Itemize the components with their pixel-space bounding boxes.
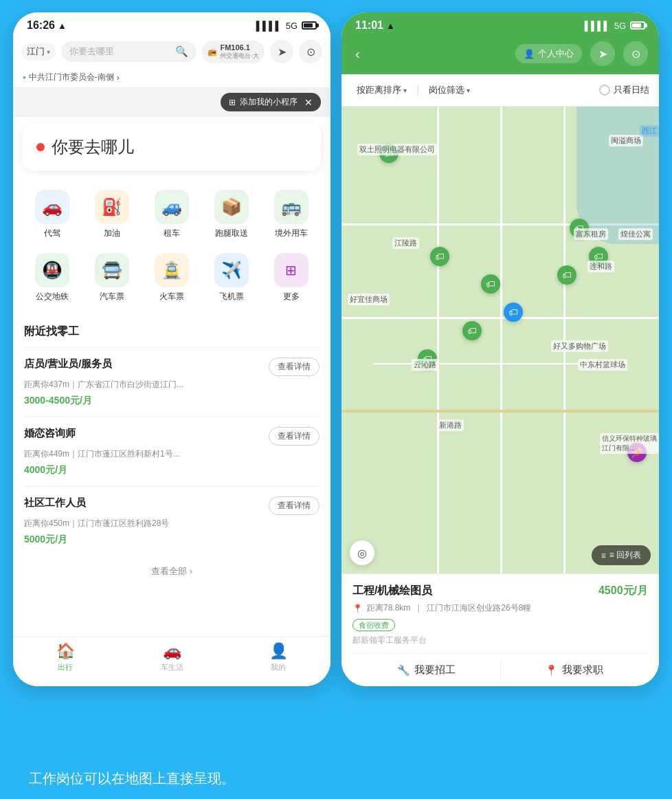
right-signal-icon: ▌▌▌▌ [585,21,610,31]
right-signal-5g: 5G [614,21,626,31]
map-label-road2: 连和路 [587,261,614,272]
chevron-right-icon: › [117,73,120,83]
gongjiao-icon: 🚇 [35,253,69,287]
job-title-2: 婚恋咨询师 [24,427,76,440]
map-pin-8[interactable]: 🏷 [462,321,482,340]
search-placeholder-text: 你要去哪里 [69,45,171,58]
seek-button[interactable]: 📍 我要求职 [501,654,649,686]
list-view-button[interactable]: ≡ ≡ 回列表 [592,545,651,565]
right-status-bar: 11:01 ▲ ▌▌▌▌ 5G [341,12,659,36]
map-label-7: 新港路 [437,419,464,431]
hire-button[interactable]: 🔧 我要招工 [352,654,500,686]
map-label-4: 好宜佳商场 [348,294,390,305]
huoche-icon: 🚊 [155,253,189,287]
service-item-gongjiao[interactable]: 🚇 公交地铁 [25,248,80,308]
service-item-qiche[interactable]: 🚍 汽车票 [85,248,139,308]
search-icon: 🔍 [175,45,188,58]
right-phone: 11:01 ▲ ▌▌▌▌ 5G ‹ 👤 个人中心 ➤ ⊙ [341,12,659,686]
map-road-vertical-2 [500,107,502,573]
red-dot-icon [36,143,45,151]
briefcase-icon: 📍 [545,664,558,677]
services-row-2: 🚇 公交地铁 🚍 汽车票 🚊 火车票 ✈️ 飞机票 ⊞ 更多 [23,248,321,308]
service-item-feiji[interactable]: ✈️ 飞机票 [204,248,259,308]
job-title-1: 店员/营业员/服务员 [24,358,112,371]
service-item-jingwai[interactable]: 🚌 境外用车 [264,184,319,245]
nav-label-travel: 出行 [58,662,73,672]
service-item-jiayou[interactable]: ⛽ 加油 [85,184,139,245]
job-salary-3: 5000元/月 [24,534,320,546]
user-center-button[interactable]: 👤 个人中心 [515,44,582,63]
nav-item-travel[interactable]: 🏠 出行 [56,642,75,672]
map-road-h3 [341,410,659,413]
location-arrow-icon: ▲ [58,21,67,31]
detail-button-2[interactable]: 查看详情 [269,427,320,446]
left-status-right: ▌▌▌▌ 5G [256,21,317,31]
navigate-icon-btn[interactable]: ➤ [590,41,615,66]
green-header: ‹ 👤 个人中心 ➤ ⊙ [341,36,659,74]
jingwai-label: 境外用车 [275,228,308,239]
mini-program-banner: ⊞ 添加我的小程序 ✕ [13,87,331,117]
left-status-bar: 16:26 ▲ ▌▌▌▌ 5G [13,12,331,36]
radio-circle-icon [599,85,610,96]
service-item-zuche[interactable]: 🚙 租车 [144,184,199,245]
service-item-daijia[interactable]: 🚗 代驾 [25,184,80,245]
radio-button[interactable]: 📻 FM106.1 州交通电台·大 [202,41,265,63]
phones-container: 16:26 ▲ ▌▌▌▌ 5G 江门 ▾ 你要去哪里 🔍 📻 FM1 [12,12,660,758]
right-battery-icon [630,21,645,30]
time-text: 16:26 [27,19,55,32]
map-label-3: 富东租房 [574,228,608,240]
map-label-6: 云沁路 [412,359,438,371]
radio-label: FM106.1 [220,43,259,52]
service-item-huoche[interactable]: 🚊 火车票 [144,248,199,308]
view-all-link[interactable]: 查看全部 › [24,556,320,583]
service-item-paotui[interactable]: 📦 跑腿取送 [204,184,259,245]
navigation-icon-btn[interactable]: ➤ [270,40,293,63]
location-tag[interactable]: 江门 ▾ [21,43,56,61]
add-mini-program-button[interactable]: ⊞ 添加我的小程序 ✕ [221,93,321,111]
right-location-arrow-icon: ▲ [386,21,395,31]
list-view-label: ≡ 回列表 [609,549,641,561]
job-card-platform: 邮薪领零工服务平台 [352,635,648,646]
user-center-label: 个人中心 [538,47,574,60]
nav-item-car[interactable]: 🚗 车生活 [161,642,183,672]
map-area[interactable]: 🏷 🏷 🏷 🏷 🏷 🏷 🏷 🏷 🏷 📌 双土照明电器有限公司 闽溢商场 富东租房… [341,107,659,573]
nav-item-mine[interactable]: 👤 我的 [269,642,288,672]
right-status-right: ▌▌▌▌ 5G [585,21,645,31]
sort-filter-button[interactable]: 按距离排序 ▾ [351,81,412,99]
service-item-more[interactable]: ⊞ 更多 [264,248,319,308]
search-bar[interactable]: 你要去哪里 🔍 [61,41,197,62]
more-label: 更多 [283,291,300,303]
detail-button-1[interactable]: 查看详情 [269,358,320,376]
job-item-3: 社区工作人员 查看详情 距离你450m｜江门市蓬江区胜利路28号 5000元/月 [24,486,320,556]
map-label-road1: 江陵路 [392,237,419,249]
close-icon[interactable]: ✕ [304,97,313,108]
map-label-8: 中东村篮球场 [578,359,627,371]
locate-icon: ◎ [357,547,367,560]
locate-button[interactable]: ◎ [350,540,374,565]
chevron-down-icon: ▾ [47,48,50,56]
services-row-1: 🚗 代驾 ⛽ 加油 🚙 租车 📦 跑腿取送 🚌 境外用车 [23,184,321,245]
mini-program-label: 添加我的小程序 [240,96,298,108]
sort-label: 按距离排序 [357,84,401,96]
map-pin-6[interactable]: 🏷 [557,265,576,285]
detail-button-3[interactable]: 查看详情 [269,496,320,515]
zuche-label: 租车 [164,228,180,239]
back-button[interactable]: ‹ [352,46,363,62]
only-daily-toggle[interactable]: 只看日结 [599,84,649,96]
target-icon-btn[interactable]: ⊙ [299,40,322,63]
map-road-h2 [341,317,659,319]
bottom-actions: 🔧 我要招工 📍 我要求职 [352,653,648,686]
destination-search-box[interactable]: 你要去哪儿 [23,124,321,171]
nav-label-mine: 我的 [271,662,286,672]
battery-icon [302,21,317,30]
map-pin-center[interactable]: 🏷 [504,303,523,322]
position-filter-button[interactable]: 岗位筛选 ▾ [423,81,475,99]
map-pin-2[interactable]: 🏷 [430,247,449,266]
left-time: 16:26 ▲ [27,19,67,32]
position-label: 岗位筛选 [429,84,464,96]
home-icon: 🏠 [56,642,75,660]
person-icon: 👤 [269,642,288,660]
target-icon-btn-right[interactable]: ⊙ [623,41,648,66]
job-item-2: 婚恋咨询师 查看详情 距离你449m｜江门市蓬江区胜利新村1号... 4000元… [24,417,320,486]
daijia-icon: 🚗 [35,190,69,224]
